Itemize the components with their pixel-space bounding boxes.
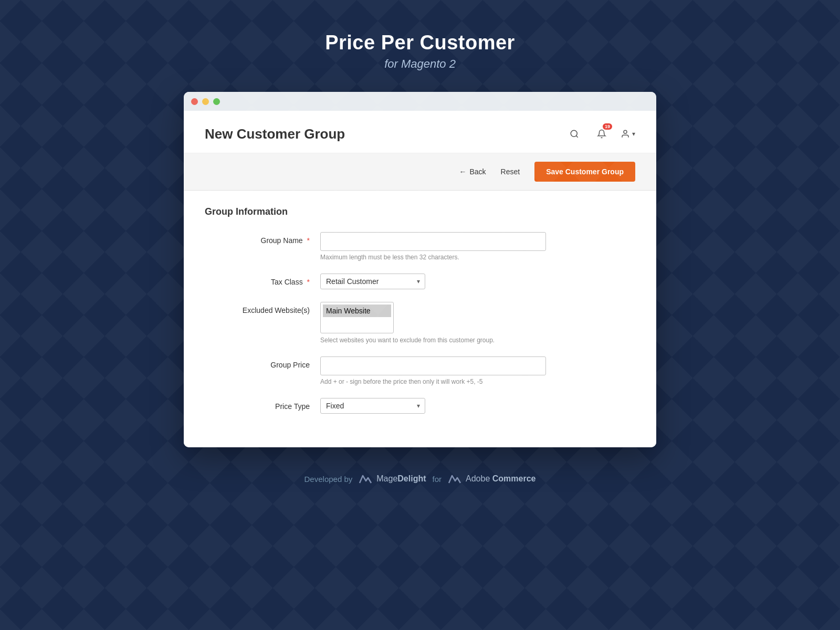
page-main-title: Price Per Customer [325, 32, 515, 54]
price-type-select[interactable]: Fixed Percent [320, 398, 425, 414]
section-title: Group Information [205, 206, 635, 217]
user-menu-button[interactable]: ▾ [621, 129, 635, 139]
tax-class-select-wrapper: Retail Customer None Taxable Goods Shipp… [320, 274, 425, 289]
group-name-hint: Maximum length must be less then 32 char… [320, 254, 635, 261]
developed-by-text: Developed by [304, 475, 353, 484]
required-star: * [307, 236, 310, 245]
search-button[interactable] [566, 125, 583, 142]
group-price-field: Add + or - sign before the price then on… [320, 356, 635, 385]
save-customer-group-button[interactable]: Save Customer Group [534, 162, 635, 182]
excluded-websites-hint: Select websites you want to exclude from… [320, 337, 635, 344]
group-name-input[interactable] [320, 232, 546, 251]
svg-point-0 [571, 130, 577, 136]
tax-class-row: Tax Class * Retail Customer None Taxable… [205, 274, 635, 289]
excluded-websites-field: Main Website Select websites you want to… [320, 302, 635, 344]
chevron-down-icon: ▾ [632, 130, 635, 138]
price-type-field: Fixed Percent ▾ [320, 398, 635, 414]
adobe-logo-icon [448, 474, 463, 484]
page-footer: Developed by MageDelight for Adobe Comme… [304, 474, 536, 484]
excluded-websites-row: Excluded Website(s) Main Website Select … [205, 302, 635, 344]
price-type-select-wrapper: Fixed Percent ▾ [320, 398, 425, 414]
excluded-websites-label: Excluded Website(s) [205, 302, 320, 314]
group-price-hint: Add + or - sign before the price then on… [320, 378, 635, 385]
magedelight-logo-icon [359, 474, 373, 484]
svg-line-1 [576, 135, 578, 137]
browser-window: New Customer Group 19 [184, 92, 656, 447]
user-icon [621, 129, 630, 139]
notification-button[interactable]: 19 [593, 125, 610, 142]
group-price-row: Group Price Add + or - sign before the p… [205, 356, 635, 385]
required-star-tax: * [307, 278, 310, 286]
admin-header: New Customer Group 19 [184, 111, 656, 153]
page-title-section: Price Per Customer for Magento 2 [325, 32, 515, 71]
tax-class-field: Retail Customer None Taxable Goods Shipp… [320, 274, 635, 289]
dot-red[interactable] [191, 98, 198, 105]
admin-page-title: New Customer Group [205, 126, 345, 142]
admin-content: New Customer Group 19 [184, 111, 656, 447]
reset-button[interactable]: Reset [495, 163, 527, 180]
group-name-row: Group Name * Maximum length must be less… [205, 232, 635, 261]
page-subtitle: for Magento 2 [325, 57, 515, 71]
svg-point-2 [624, 130, 627, 133]
browser-titlebar [184, 92, 656, 111]
toolbar: ← Back Reset Save Customer Group [184, 153, 656, 191]
adobe-commerce-logo: Adobe Commerce [448, 474, 536, 484]
page-wrapper: Price Per Customer for Magento 2 New Cus… [0, 0, 840, 630]
price-type-row: Price Type Fixed Percent ▾ [205, 398, 635, 414]
bell-icon [597, 129, 606, 139]
group-name-label: Group Name * [205, 232, 320, 245]
magedelight-logo: MageDelight [359, 474, 426, 484]
tax-class-select[interactable]: Retail Customer None Taxable Goods Shipp… [320, 274, 425, 289]
group-price-label: Group Price [205, 356, 320, 369]
back-button[interactable]: ← Back [459, 167, 486, 176]
notification-badge: 19 [603, 123, 612, 130]
group-name-field: Maximum length must be less then 32 char… [320, 232, 635, 261]
group-price-input[interactable] [320, 356, 546, 375]
dot-yellow[interactable] [202, 98, 209, 105]
dot-green[interactable] [213, 98, 220, 105]
tax-class-label: Tax Class * [205, 274, 320, 286]
adobe-commerce-name: Adobe Commerce [466, 474, 536, 484]
magedelight-name: MageDelight [376, 474, 426, 484]
back-arrow-icon: ← [459, 167, 466, 176]
for-text: for [433, 475, 442, 484]
form-section: Group Information Group Name * Maximum l… [184, 191, 656, 447]
search-icon [570, 129, 579, 139]
price-type-label: Price Type [205, 398, 320, 411]
admin-header-icons: 19 ▾ [566, 125, 635, 142]
excluded-websites-select[interactable]: Main Website [320, 302, 394, 333]
